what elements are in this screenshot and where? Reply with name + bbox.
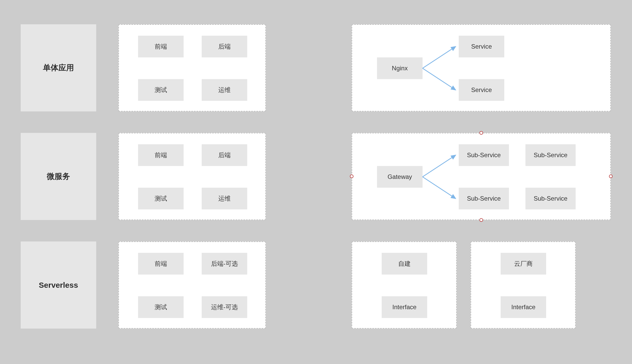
node-backend[interactable]: 后端 (202, 144, 247, 166)
node-selfbuild[interactable]: 自建 (382, 253, 427, 275)
node-label: 前端 (155, 42, 167, 51)
node-subservice-3[interactable]: Sub-Service (459, 188, 509, 209)
arrow-gateway-to-sub-3 (423, 174, 459, 205)
node-label: Interface (511, 304, 535, 311)
node-label: Sub-Service (467, 151, 501, 159)
selection-handle-bottom[interactable] (479, 218, 483, 222)
node-label: 后端 (218, 42, 231, 51)
node-label: 测试 (155, 86, 167, 94)
node-label: Nginx (392, 65, 408, 72)
node-label: 前端 (155, 151, 167, 159)
node-label: 云厂商 (514, 260, 533, 268)
node-label: 后端-可选 (211, 260, 238, 268)
node-label: Sub-Service (534, 195, 568, 202)
node-nginx[interactable]: Nginx (377, 57, 423, 79)
panel-monolith-arch: Nginx Service Service (352, 24, 611, 111)
node-label: Sub-Service (467, 195, 501, 202)
node-frontend[interactable]: 前端 (138, 36, 184, 57)
panel-serverless-roles: 前端 后端-可选 测试 运维-可选 (118, 241, 266, 329)
node-subservice-1[interactable]: Sub-Service (459, 144, 509, 166)
node-label: Sub-Service (534, 151, 568, 159)
node-ops[interactable]: 运维 (202, 188, 247, 209)
node-label: Service (471, 43, 492, 50)
node-test[interactable]: 测试 (138, 79, 184, 101)
node-label: Interface (392, 304, 416, 311)
node-service-1[interactable]: Service (459, 36, 504, 57)
node-frontend[interactable]: 前端 (138, 144, 184, 166)
node-backend[interactable]: 后端 (202, 36, 247, 57)
node-label: 运维 (218, 86, 231, 94)
panel-microservice-arch[interactable]: Gateway Sub-Service Sub-Service Sub-Serv… (352, 133, 611, 220)
node-label: 测试 (155, 194, 167, 203)
panel-serverless-cloud: 云厂商 Interface (471, 241, 576, 329)
node-ops[interactable]: 运维 (202, 79, 247, 101)
panel-microservice-roles: 前端 后端 测试 运维 (118, 133, 266, 220)
node-label: Service (471, 86, 492, 94)
row-label-monolith: 单体应用 (21, 24, 96, 111)
node-test[interactable]: 测试 (138, 296, 184, 318)
panel-monolith-roles: 前端 后端 测试 运维 (118, 24, 266, 111)
row-label-microservice: 微服务 (21, 133, 96, 220)
node-subservice-2[interactable]: Sub-Service (525, 144, 576, 166)
node-service-2[interactable]: Service (459, 79, 504, 101)
selection-handle-top[interactable] (479, 131, 483, 135)
node-label: 运维 (218, 194, 231, 203)
row-label-text: 单体应用 (43, 63, 74, 73)
node-subservice-4[interactable]: Sub-Service (525, 188, 576, 209)
node-label: Gateway (388, 173, 412, 180)
node-label: 自建 (398, 260, 411, 268)
node-test[interactable]: 测试 (138, 188, 184, 209)
node-label: 运维-可选 (211, 303, 238, 311)
selection-handle-right[interactable] (609, 175, 613, 178)
node-interface[interactable]: Interface (501, 296, 546, 318)
row-label-text: Serverless (39, 281, 78, 290)
panel-serverless-selfhost: 自建 Interface (352, 241, 457, 329)
node-label: 测试 (155, 303, 167, 311)
node-backend-optional[interactable]: 后端-可选 (202, 253, 247, 275)
node-frontend[interactable]: 前端 (138, 253, 184, 275)
node-cloud-vendor[interactable]: 云厂商 (501, 253, 546, 275)
node-ops-optional[interactable]: 运维-可选 (202, 296, 247, 318)
node-interface[interactable]: Interface (382, 296, 427, 318)
row-label-serverless: Serverless (21, 241, 96, 329)
svg-line-1 (423, 68, 456, 90)
arrow-nginx-to-service-2 (423, 65, 459, 96)
selection-handle-left[interactable] (350, 175, 353, 178)
node-gateway[interactable]: Gateway (377, 166, 423, 188)
node-label: 前端 (155, 260, 167, 268)
row-label-text: 微服务 (47, 171, 70, 182)
svg-line-3 (423, 177, 456, 199)
node-label: 后端 (218, 151, 231, 159)
